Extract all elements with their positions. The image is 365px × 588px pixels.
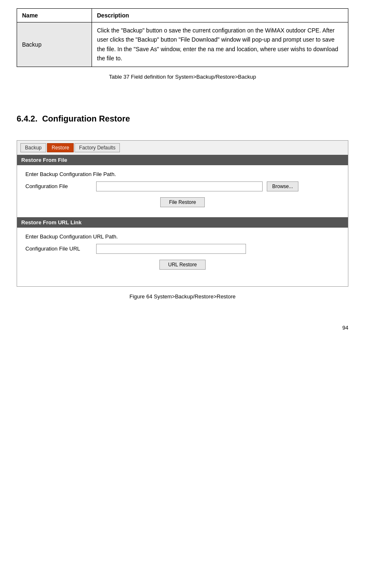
- config-file-input[interactable]: [96, 181, 263, 191]
- panel-content: Restore From File Enter Backup Configura…: [17, 155, 348, 286]
- restore-from-file-header: Restore From File: [17, 155, 348, 165]
- col-header-name: Name: [17, 9, 92, 22]
- url-restore-button-row: URL Restore: [25, 260, 340, 270]
- restore-from-file-section: Enter Backup Configuration File Path. Co…: [17, 165, 348, 217]
- ui-panel: Backup Restore Factory Defaults Restore …: [17, 140, 348, 287]
- config-url-label: Configuration File URL: [25, 246, 92, 252]
- section-heading: 6.4.2. Configuration Restore: [17, 114, 348, 124]
- figure-caption: Figure 64 System>Backup/Restore>Restore: [17, 293, 348, 300]
- restore-from-url-section: Enter Backup Configuration URL Path. Con…: [17, 228, 348, 286]
- table-caption: Table 37 Field definition for System>Bac…: [17, 74, 348, 80]
- field-description: Click the "Backup" button o save the cur…: [92, 22, 348, 67]
- config-url-input[interactable]: [96, 244, 246, 254]
- config-url-row: Configuration File URL: [25, 244, 340, 254]
- config-file-label: Configuration File: [25, 183, 92, 189]
- file-restore-button[interactable]: File Restore: [160, 197, 205, 207]
- file-path-hint: Enter Backup Configuration File Path.: [25, 171, 340, 177]
- file-restore-button-row: File Restore: [25, 197, 340, 207]
- config-file-row: Configuration File Browse...: [25, 181, 340, 191]
- page-number: 94: [17, 325, 348, 331]
- url-restore-button[interactable]: URL Restore: [159, 260, 206, 270]
- restore-from-url-header: Restore From URL Link: [17, 217, 348, 228]
- col-header-description: Description: [92, 9, 348, 22]
- tab-bar: Backup Restore Factory Defaults: [17, 141, 348, 155]
- table-row: Backup Click the "Backup" button o save …: [17, 22, 348, 67]
- tab-restore[interactable]: Restore: [47, 143, 74, 152]
- field-name: Backup: [17, 22, 92, 67]
- tab-factory-defaults[interactable]: Factory Defaults: [74, 143, 120, 152]
- browse-button[interactable]: Browse...: [267, 181, 298, 191]
- tab-backup[interactable]: Backup: [20, 143, 46, 152]
- definition-table: Name Description Backup Click the "Backu…: [17, 8, 348, 67]
- url-path-hint: Enter Backup Configuration URL Path.: [25, 233, 340, 240]
